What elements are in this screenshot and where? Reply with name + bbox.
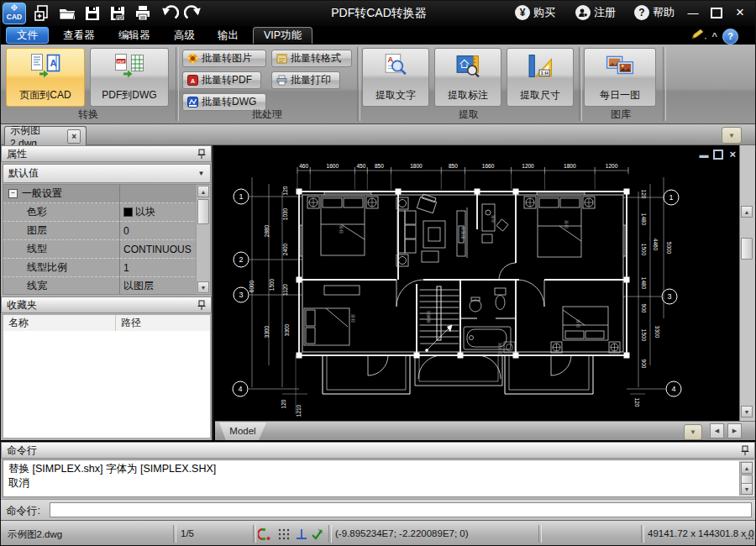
svg-text:卧室: 卧室 xyxy=(564,220,569,228)
property-group-row[interactable]: −一般设置 xyxy=(3,185,210,203)
svg-text:3300: 3300 xyxy=(654,326,660,339)
menu-tab-output[interactable]: 输出 xyxy=(207,27,249,44)
snap-icon[interactable] xyxy=(258,527,273,542)
property-grid-scrollbar[interactable]: ▲ ▼ xyxy=(196,185,210,294)
tab-close-icon[interactable]: × xyxy=(67,129,81,144)
menu-tab-vip[interactable]: VIP功能 xyxy=(253,27,312,44)
resize-grip[interactable] xyxy=(745,529,755,543)
ortho-icon[interactable] xyxy=(294,527,309,542)
batch-print-label: 批量打印 xyxy=(291,73,331,87)
layout-list-dropdown[interactable]: ▼ xyxy=(684,424,702,440)
property-row-linetype[interactable]: 线型 CONTINUOUS xyxy=(3,240,210,259)
command-history[interactable]: 替换 [SIMPLEX.shx] 字体为 [SIMPLEX.SHX] 取消 ▲ … xyxy=(3,459,755,497)
register-label: 注册 xyxy=(594,5,616,20)
pin-icon[interactable] xyxy=(740,445,751,456)
help-button[interactable]: ? 帮助 xyxy=(634,5,675,20)
menu-tab-editor[interactable]: 编辑器 xyxy=(108,27,160,44)
minimize-button[interactable]: — xyxy=(683,3,703,23)
svg-text:4: 4 xyxy=(238,385,242,393)
drawing-canvas[interactable]: 4601600450850180085016601200180012001201… xyxy=(215,145,739,421)
close-button[interactable]: × xyxy=(730,3,750,23)
extract-dimension-label: 提取尺寸 xyxy=(520,88,560,102)
svg-text:A: A xyxy=(50,58,57,68)
ribbon-group-extract: A 提取文字 提取标注 xyxy=(360,45,577,123)
svg-text:1660: 1660 xyxy=(482,163,495,169)
buy-icon: ¥ xyxy=(515,5,530,20)
buy-label: 购买 xyxy=(533,5,555,20)
property-row-color[interactable]: 色彩 以块 xyxy=(3,203,210,222)
favorites-panel-header: 收藏夹 xyxy=(1,297,212,313)
furniture xyxy=(304,193,620,353)
page-to-cad-button[interactable]: A 页面到CAD xyxy=(6,48,85,107)
scroll-up-icon[interactable]: ▲ xyxy=(741,462,753,474)
collapse-icon[interactable]: − xyxy=(8,189,18,198)
property-group-label: 一般设置 xyxy=(22,186,62,201)
mdi-restore-icon[interactable] xyxy=(713,150,723,160)
menu-tab-viewer[interactable]: 查看器 xyxy=(53,27,105,44)
command-scrollbar[interactable]: ▲ ▼ xyxy=(739,461,753,496)
batch-to-pdf-button[interactable]: A 批量转PDF xyxy=(182,71,261,89)
property-row-layer[interactable]: 图层 0 xyxy=(3,222,210,240)
property-row-ltscale[interactable]: 线型比例 1 xyxy=(3,259,210,277)
favorites-col-name[interactable]: 名称 xyxy=(3,315,116,331)
menu-tab-file[interactable]: 文件 xyxy=(6,27,49,44)
pdf-to-dwg-button[interactable]: PDF PDF到DWG xyxy=(90,48,169,107)
svg-text:1200: 1200 xyxy=(606,163,618,169)
maximize-button[interactable] xyxy=(706,3,727,23)
grid-icon[interactable] xyxy=(276,527,291,542)
scroll-up-icon[interactable]: ▲ xyxy=(741,206,753,218)
preset-value: 默认值 xyxy=(8,167,39,179)
extract-dimension-button[interactable]: 1:H 提取尺寸 xyxy=(507,48,574,107)
mdi-window-controls: ▬ × xyxy=(699,148,736,160)
scrollbar-thumb[interactable] xyxy=(741,238,753,260)
favorites-list[interactable] xyxy=(3,331,211,438)
buy-button[interactable]: ¥ 购买 xyxy=(515,5,555,20)
batch-print-button[interactable]: 批量打印 xyxy=(271,71,340,89)
scrollbar-thumb[interactable] xyxy=(197,199,209,224)
command-input[interactable] xyxy=(50,502,752,517)
extract-annotation-button[interactable]: 提取标注 xyxy=(434,48,501,107)
document-tab-bar: 示例图2.dwg × ▼ xyxy=(1,124,756,145)
status-bar: 示例图2.dwg 1/5 (-9.895234E7; -2.220089E7; … xyxy=(1,520,756,546)
svg-text:1480: 1480 xyxy=(641,213,647,226)
scroll-up-icon[interactable]: ▲ xyxy=(197,186,209,197)
batch-format-icon xyxy=(276,53,287,64)
pin-icon[interactable] xyxy=(197,300,207,311)
scroll-left-icon[interactable]: ◀ xyxy=(710,423,724,438)
svg-text:120: 120 xyxy=(282,186,288,195)
favorites-col-path[interactable]: 路径 xyxy=(116,315,210,331)
page-to-cad-icon: A xyxy=(30,53,60,79)
mdi-minimize-icon[interactable]: ▬ xyxy=(699,150,707,160)
menu-tab-advanced[interactable]: 高级 xyxy=(164,27,205,44)
floor-plan: 4601600450850180085016601200180012001201… xyxy=(215,145,739,421)
mdi-close-icon[interactable]: × xyxy=(729,148,736,160)
scroll-down-icon[interactable]: ▼ xyxy=(197,281,209,293)
extract-text-button[interactable]: A 提取文字 xyxy=(362,48,429,107)
properties-title: 属性 xyxy=(7,148,27,160)
scroll-down-icon[interactable]: ▼ xyxy=(741,483,753,495)
drawing-vscrollbar[interactable]: ▲ ▼ xyxy=(739,145,755,421)
collapse-ribbon-icon[interactable]: ^ xyxy=(712,31,717,41)
model-tab[interactable]: Model xyxy=(219,423,266,440)
batch-to-image-button[interactable]: 批量转图片 xyxy=(182,50,266,67)
svg-text:书房: 书房 xyxy=(491,215,496,223)
svg-text:1500: 1500 xyxy=(269,278,275,291)
maximize-icon xyxy=(711,8,722,18)
register-button[interactable]: 注册 xyxy=(575,5,616,20)
batch-convert-format-button[interactable]: 批量转格式 xyxy=(271,50,352,67)
daily-picture-button[interactable]: 每日一图 xyxy=(584,48,656,107)
svg-text:1: 1 xyxy=(669,193,673,202)
property-grid: −一般设置 色彩 以块 图层 0 线型 CONTINUOUS 线型比例 1 线宽 xyxy=(3,184,211,295)
scroll-down-icon[interactable]: ▼ xyxy=(741,406,753,417)
app-window: CAD PDF PDF转CAD转换器 ¥ 购买 注册 xyxy=(0,0,756,546)
preset-dropdown[interactable]: 默认值 ▼ xyxy=(3,164,211,183)
check-icon[interactable] xyxy=(310,527,325,542)
help-circle-icon[interactable]: ? xyxy=(722,29,738,45)
scroll-right-icon[interactable]: ▶ xyxy=(727,423,742,438)
pin-icon[interactable] xyxy=(197,149,207,160)
tab-list-dropdown[interactable]: ▼ xyxy=(722,127,742,144)
pencil-icon[interactable] xyxy=(690,28,707,45)
svg-text:6000: 6000 xyxy=(249,280,255,292)
document-tab[interactable]: 示例图2.dwg × xyxy=(4,126,87,145)
property-row-lineweight[interactable]: 线宽 以图层 xyxy=(3,277,210,295)
